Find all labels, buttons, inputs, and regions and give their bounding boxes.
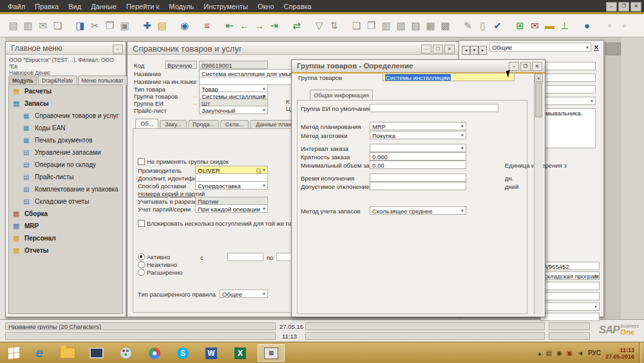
nav-right-icon[interactable]: ► <box>478 46 487 55</box>
advanced-radio[interactable] <box>138 269 145 276</box>
paste-table-icon[interactable]: ❐ <box>366 20 377 31</box>
email-icon[interactable]: ✉ <box>37 20 48 31</box>
taskbar-paint[interactable] <box>115 344 137 362</box>
panel-field-4[interactable] <box>540 282 600 290</box>
filter-icon[interactable]: ▽ <box>314 20 325 31</box>
close-icon[interactable]: ✕ <box>444 44 455 54</box>
report-icon[interactable]: ▦ <box>425 20 436 31</box>
new-doc-icon[interactable]: ▯ <box>477 20 488 31</box>
menu-module[interactable]: Модуль <box>169 3 194 10</box>
menu-view[interactable]: Вид <box>68 3 81 10</box>
previous-record-icon[interactable]: ← <box>239 20 250 31</box>
minimize-icon[interactable]: – <box>113 44 123 54</box>
tab-module[interactable]: Модуль <box>8 75 37 85</box>
show-desktop-button[interactable] <box>639 342 643 363</box>
menu-goto[interactable]: Перейти к <box>126 3 159 10</box>
next-record-icon[interactable]: → <box>254 20 265 31</box>
tree-item-warehouse-ops[interactable]: ▤ Операции по складу <box>9 159 122 171</box>
min-order-qty-field[interactable]: 0.00 <box>370 161 466 169</box>
search-icon[interactable] <box>256 168 261 173</box>
taskbar-ie[interactable]: e <box>28 344 50 362</box>
grid-b-icon[interactable]: ▫ <box>619 20 630 31</box>
panel-field-6[interactable] <box>540 313 600 321</box>
tray-volume-icon[interactable]: ◄ <box>577 349 583 357</box>
tray-alert-icon[interactable]: ▣ <box>567 349 573 357</box>
menu-help[interactable]: Справка <box>284 3 312 10</box>
tray-network-icon[interactable]: ▤ <box>545 349 551 357</box>
link-arrow-icon[interactable]: → <box>191 99 198 106</box>
navigate-icon[interactable]: ✚ <box>142 20 153 31</box>
default-uom-field[interactable] <box>370 104 498 112</box>
from-field[interactable] <box>227 253 263 261</box>
shipping-select[interactable]: Супердоставка▼ <box>195 181 268 190</box>
refresh-icon[interactable]: ⇄ <box>291 20 302 31</box>
tab-user-menu[interactable]: Меню пользоват <box>78 75 128 85</box>
list-icon[interactable]: ≡ <box>202 20 213 31</box>
form-settings-icon[interactable]: ▤ <box>156 20 167 31</box>
find-icon[interactable]: ◉ <box>179 20 190 31</box>
menu-window[interactable]: Окно <box>258 3 274 10</box>
menu-data[interactable]: Данные <box>91 3 117 10</box>
taskbar-chrome[interactable] <box>144 344 166 362</box>
tree-item-reports[interactable]: ▦ Отчеты <box>9 244 122 257</box>
link-arrow-icon[interactable]: → <box>191 92 198 99</box>
tree-item-item-master[interactable]: ▦ Справочник товаров и услуг <box>9 110 122 122</box>
paste-icon[interactable]: ▣ <box>119 20 130 31</box>
code-field[interactable]: 098619001 <box>199 61 268 69</box>
tree-item-production[interactable]: ▦ Сборка <box>9 208 122 220</box>
valuation-method-select[interactable]: Скользящее среднее▼ <box>370 206 466 215</box>
language-indicator[interactable]: РУС <box>588 349 601 357</box>
journal-icon[interactable]: ▧ <box>395 20 406 31</box>
block-receipts-checkbox[interactable] <box>138 220 145 227</box>
link-icon[interactable]: ▩ <box>440 20 451 31</box>
tab-general[interactable]: Об... <box>135 119 158 128</box>
tree-item-mrp[interactable]: ▦ MRP <box>9 220 122 232</box>
close-icon[interactable]: ✕ <box>630 2 641 12</box>
tab-inventory[interactable]: Скла... <box>220 120 249 128</box>
clock[interactable]: 11:13 27.05.2016 <box>605 347 634 360</box>
scroll-up-icon[interactable]: ▲ <box>535 74 543 82</box>
start-button[interactable] <box>3 344 24 362</box>
tab-drag-relate[interactable]: Drag&Relate <box>38 75 77 85</box>
minimize-icon[interactable]: – <box>509 62 519 71</box>
taskbar-sap-active[interactable]: ▦ <box>258 344 285 362</box>
procurement-method-select[interactable]: Покупка▼ <box>370 131 466 139</box>
tree-item-warehouse-reports[interactable]: ▤ Складские отчеты <box>9 195 122 208</box>
taskbar-word[interactable]: W <box>200 344 222 362</box>
first-record-icon[interactable]: ⇤ <box>224 20 235 31</box>
tree-item-price-lists[interactable]: ▤ Прайс-листы <box>9 171 122 183</box>
preview-icon[interactable]: ▤ <box>8 20 19 31</box>
menu-tools[interactable]: Инструменты <box>204 3 248 10</box>
no-discount-checkbox[interactable] <box>138 158 145 165</box>
menu-file[interactable]: Файл <box>8 3 25 10</box>
dialog-scrollbar[interactable]: ▲ <box>534 74 543 314</box>
menu-edit[interactable]: Правка <box>35 3 59 10</box>
code-mode-field[interactable]: Вручную <box>165 61 197 69</box>
lead-time-field[interactable] <box>370 173 466 182</box>
tray-chevron-icon[interactable]: ▴ <box>538 349 541 357</box>
print-icon[interactable]: ▥ <box>23 20 33 31</box>
tree-item-finance[interactable]: ▦ Расчеты <box>9 85 122 97</box>
grid-a-icon[interactable]: ▫ <box>604 20 615 31</box>
sort-icon[interactable]: ⇅ <box>328 20 339 31</box>
scrollbar-thumb[interactable] <box>535 83 542 117</box>
tab-purchasing[interactable]: Заку... <box>160 120 187 128</box>
restore-icon[interactable]: ❐ <box>520 62 531 71</box>
taskbar-skype[interactable]: S <box>172 344 194 362</box>
tab-sales[interactable]: Прода... <box>188 120 219 128</box>
tree-item-pick-pack[interactable]: ▤ Комплектование и упаковка <box>9 183 122 195</box>
order-interval-select[interactable]: ▼ <box>370 144 466 152</box>
ledger-icon[interactable]: ▨ <box>410 20 421 31</box>
side-window-tab[interactable] <box>605 43 621 55</box>
tree-item-print-docs[interactable]: ▦ Печать документов <box>9 134 122 146</box>
globe-icon[interactable]: ● <box>582 20 592 31</box>
warehouse-code-field[interactable]: W965452 <box>540 262 600 270</box>
tab-general-info[interactable]: Общая информация <box>310 90 373 101</box>
payment-icon[interactable]: ▬ <box>544 20 555 31</box>
nav-left-icon[interactable]: ◄ <box>462 46 470 55</box>
tree-item-inventory[interactable]: ▦ Запасы <box>9 97 122 110</box>
cut-icon[interactable]: ✂ <box>90 20 100 31</box>
nav-down-icon[interactable]: ▼ <box>470 46 478 55</box>
org-chart-icon[interactable]: ⊥ <box>559 20 570 31</box>
panel-field-5[interactable] <box>540 292 600 300</box>
